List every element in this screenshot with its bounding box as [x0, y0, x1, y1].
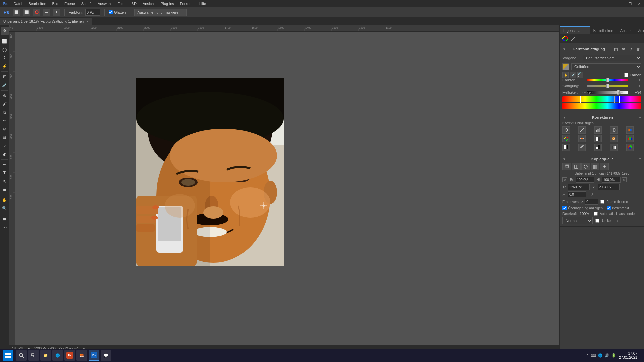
tool-shape[interactable]: ◼	[1, 186, 9, 194]
menu-auswahl[interactable]: Auswahl	[95, 1, 114, 6]
sys-icon-network[interactable]: 🌐	[598, 353, 603, 358]
tool-healing[interactable]: ⊕	[1, 92, 9, 100]
tool-lasso[interactable]: ⌇	[1, 54, 9, 62]
menu-bild[interactable]: Bild	[50, 1, 61, 6]
menu-bearbeiten[interactable]: Bearbeiten	[25, 1, 49, 6]
chain-link-icon[interactable]: ⛓	[562, 177, 567, 182]
tool-hand[interactable]: ✋	[1, 196, 9, 204]
hue-sat-collapse[interactable]: ▼	[562, 47, 566, 51]
menu-filter[interactable]: Filter	[115, 1, 128, 6]
menu-schrift[interactable]: Schrift	[78, 1, 94, 6]
active-tab[interactable]: Unbenannt-1 bei 18,1% (Farbton/Sättigung…	[0, 18, 92, 25]
spectrum-handle-4[interactable]	[619, 96, 620, 103]
start-button[interactable]	[3, 350, 13, 361]
source-btn-5[interactable]	[600, 163, 609, 170]
x-input[interactable]	[568, 184, 590, 190]
tab-absatz[interactable]: Absatz	[617, 26, 635, 34]
auswahlen-button[interactable]: Auswählen und maskieren...	[134, 9, 186, 16]
delete-icon[interactable]: 🗑	[635, 46, 641, 53]
farbton-thumb[interactable]	[606, 78, 609, 82]
winkel-input[interactable]	[568, 191, 586, 197]
tool-crop[interactable]: ⊡	[1, 73, 9, 81]
tool-zoom[interactable]: 🔍	[1, 204, 9, 213]
close-button[interactable]: ✕	[635, 0, 644, 7]
tool-misc[interactable]: ⋯	[1, 223, 9, 231]
spectrum-bar-bottom[interactable]	[562, 103, 641, 109]
korr-brightness-btn[interactable]	[562, 126, 570, 134]
korr-colorbalance-btn[interactable]	[578, 135, 586, 142]
hue-sat-panel-icon[interactable]	[562, 35, 569, 42]
auto-ausblenden-checkbox[interactable]	[594, 212, 598, 216]
eyedropper-tool-icon[interactable]: 💉	[570, 72, 576, 78]
beschraenkt-checkbox[interactable]	[607, 206, 611, 210]
taskbar-photoshop-active[interactable]: Ps	[89, 350, 99, 361]
source-btn-4[interactable]	[591, 163, 599, 170]
chain-link-icon-2[interactable]: ⛓	[622, 177, 627, 182]
taskbar-app2[interactable]: 🦊	[76, 350, 87, 361]
farbton-slider[interactable]	[587, 79, 628, 81]
taskbar-search[interactable]	[16, 350, 27, 361]
restore-button[interactable]: ❐	[625, 0, 635, 7]
korr-gradientmap-btn[interactable]	[610, 144, 618, 151]
weiche-kante-input[interactable]	[85, 9, 100, 16]
frameversatz-input[interactable]	[585, 199, 598, 205]
canvas-content[interactable]	[15, 32, 559, 345]
minimize-button[interactable]: —	[616, 0, 625, 7]
frame-fixieren-checkbox[interactable]	[600, 200, 604, 204]
korr-invert-btn[interactable]	[562, 144, 570, 151]
tool-history-brush[interactable]: ↩	[1, 117, 9, 125]
tool-eyedropper[interactable]: 💉	[1, 81, 9, 89]
show-desktop-btn[interactable]	[639, 349, 641, 362]
source-btn-2[interactable]	[572, 163, 581, 170]
tool-gradient[interactable]: ▦	[1, 133, 9, 141]
korr-blackwhite-btn[interactable]	[594, 135, 602, 142]
source-btn-3[interactable]	[581, 163, 590, 170]
y-input[interactable]	[598, 184, 620, 190]
sys-icon-keyboard[interactable]: ⌨	[591, 353, 596, 358]
tab-bibliotheken[interactable]: Bibliotheken	[590, 26, 617, 34]
saettigung-thumb[interactable]	[606, 84, 609, 88]
tab-close-button[interactable]: ×	[87, 20, 89, 23]
vorgabe-select[interactable]: Benutzerdefiniert	[583, 55, 641, 61]
tool-move[interactable]: ✥	[1, 27, 9, 35]
umkehren-checkbox[interactable]	[595, 219, 599, 223]
glaetten-checkbox[interactable]	[109, 10, 113, 14]
reset-winkel-btn[interactable]: ↺	[589, 192, 594, 197]
curves-panel-icon[interactable]	[570, 35, 577, 42]
taskbar-clock[interactable]: 17:07 27.01.2021	[619, 351, 637, 359]
spectrum-bar[interactable]: 15° / 45° 75° \ 105°	[562, 96, 641, 102]
tool-colors[interactable]: ■ □	[1, 215, 9, 223]
tool-dodge[interactable]: ◐	[1, 150, 9, 158]
tool-path-select[interactable]: ↖	[1, 177, 9, 185]
korr-channelmixer-btn[interactable]	[626, 135, 634, 142]
reset-icon[interactable]: ↺	[627, 46, 634, 53]
hand-tool-icon[interactable]: ✋	[562, 72, 569, 78]
menu-3d[interactable]: 3D	[129, 1, 139, 6]
spectrum-handle-3[interactable]	[614, 96, 615, 103]
korr-huesat-btn[interactable]	[562, 135, 570, 142]
tool-pen[interactable]: ✒	[1, 161, 9, 169]
taskbar-taskview[interactable]	[28, 350, 39, 361]
menu-plugins[interactable]: Plug-ins	[158, 1, 177, 6]
blend-mode-select[interactable]: Normal	[562, 217, 593, 224]
tab-zeichen[interactable]: Zeichen	[635, 26, 644, 34]
menu-ansicht[interactable]: Ansicht	[140, 1, 157, 6]
tool-marquee-ellipse[interactable]: ◯	[1, 46, 9, 54]
tool-brush[interactable]: 🖌	[1, 100, 9, 108]
taskbar-explorer[interactable]: 📁	[40, 350, 51, 361]
korr-levels-btn[interactable]	[594, 126, 602, 134]
tool-text[interactable]: T	[1, 169, 9, 177]
row-select-option[interactable]: ▬	[43, 9, 50, 16]
eyedropper-plus-icon[interactable]: 💉+	[577, 72, 583, 78]
korrekturen-collapse[interactable]: ▼	[562, 116, 566, 119]
menu-ebene[interactable]: Ebene	[62, 1, 78, 6]
gelbton-select[interactable]: Gelbtöne	[571, 63, 641, 70]
clip-to-layer-icon[interactable]: ◫	[612, 46, 619, 53]
shape-rounded-option[interactable]: ⬜	[23, 9, 30, 16]
tab-eigenschaften[interactable]: Eigenschaften	[560, 26, 590, 34]
korr-vibrance-btn[interactable]	[626, 126, 634, 134]
br-input[interactable]	[576, 177, 594, 183]
korr-posterize-btn[interactable]	[578, 144, 586, 151]
tool-clone[interactable]: ⧉	[1, 108, 9, 116]
taskbar-app3[interactable]: 💬	[101, 350, 111, 361]
